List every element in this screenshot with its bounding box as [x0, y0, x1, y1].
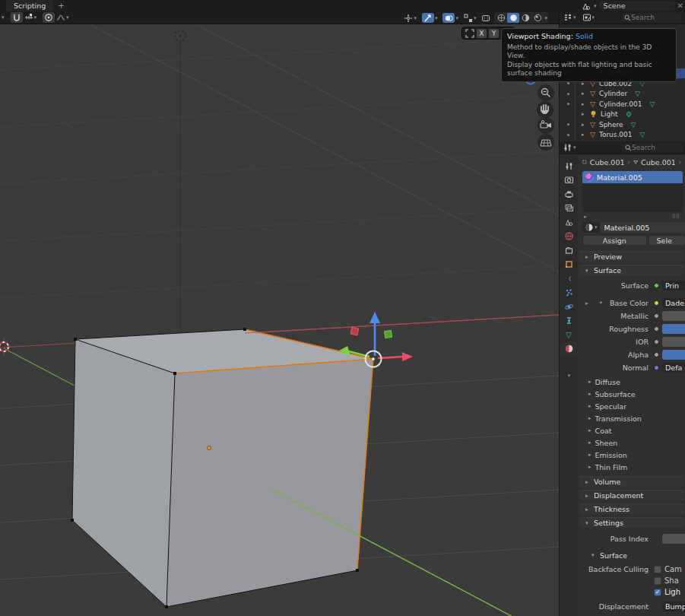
viewport-3d[interactable]: Y X	[0, 24, 559, 616]
properties-search[interactable]	[621, 143, 683, 153]
surface-shader-field[interactable]: Prin	[662, 281, 685, 291]
section-diffuse[interactable]: ▸Diffuse	[578, 376, 685, 388]
base-color-field[interactable]: Dade	[662, 298, 685, 308]
tab-scene[interactable]	[560, 215, 577, 229]
tab-tool[interactable]	[560, 159, 577, 173]
extra-caret[interactable]: ▾	[474, 15, 477, 21]
snap-target-button[interactable]: ▾	[23, 12, 39, 23]
tab-particles[interactable]	[560, 286, 577, 300]
section-sheen[interactable]: ▸Sheen	[578, 437, 685, 449]
section-subsurface[interactable]: ▸Subsurface	[578, 388, 685, 400]
alpha-slider[interactable]	[662, 350, 685, 360]
mode-dropdown-caret[interactable]: ▾	[2, 14, 5, 21]
expand-icon[interactable]: ▸	[582, 132, 588, 138]
tab-physics[interactable]	[560, 300, 577, 313]
checkbox-shadow[interactable]	[654, 577, 661, 585]
axis-x-button[interactable]: X	[477, 29, 487, 38]
xray-caret[interactable]: ▾	[455, 15, 458, 21]
display-mode-caret[interactable]: ▾	[573, 14, 576, 21]
outliner-search[interactable]	[620, 13, 683, 23]
expand-icon[interactable]: ▸	[582, 90, 588, 97]
shading-material-button[interactable]	[519, 13, 531, 23]
pan-hand-button[interactable]	[537, 101, 553, 118]
browse-material-button[interactable]: ▾	[582, 222, 600, 233]
panel-preview[interactable]: ▸Preview	[579, 251, 684, 262]
resize-grip-icon[interactable]: ⠿⠿	[672, 214, 680, 220]
pass-index-field[interactable]	[662, 534, 685, 544]
shading-wireframe-button[interactable]	[495, 13, 507, 23]
section-specular[interactable]: ▸Specular	[578, 400, 685, 412]
expand-icon[interactable]: ▸	[582, 111, 588, 117]
cube-left-face[interactable]	[72, 339, 175, 607]
viewport-extra-button[interactable]: ▾	[462, 13, 478, 24]
outliner-row-sphere[interactable]: ▸▽Sphere▽	[560, 119, 685, 130]
tab-world[interactable]	[560, 230, 577, 243]
metallic-slider[interactable]	[662, 311, 685, 321]
scene-extra-icon[interactable]: ✕	[677, 2, 683, 10]
shading-rendered-button[interactable]	[531, 13, 544, 23]
shading-caret[interactable]: ▾	[544, 15, 547, 21]
outliner-row-cylinder001[interactable]: ▸▽Cylinder.001▽	[560, 99, 685, 110]
panel-volume[interactable]: ▸Volume	[579, 476, 684, 487]
toggle-xray-box-button[interactable]	[480, 13, 492, 24]
tab-object[interactable]	[560, 258, 577, 271]
panel-displacement[interactable]: ▸Displacement	[579, 490, 684, 500]
normal-field[interactable]: Defa	[662, 363, 685, 373]
xray-toggle-button[interactable]: ▾	[441, 13, 460, 24]
checkbox-camera[interactable]	[654, 566, 661, 573]
panel-thickness[interactable]: ▸Thickness	[579, 503, 684, 514]
expand-icon[interactable]: ▸	[582, 122, 588, 128]
gizmo-plane-xz[interactable]	[350, 327, 359, 335]
expand-icon[interactable]: ▸	[585, 300, 588, 306]
workspace-tab-scripting[interactable]: Scripting	[6, 0, 53, 11]
tab-collection[interactable]	[560, 243, 577, 257]
scene-name-field[interactable]: Scene	[599, 1, 675, 11]
tab-material[interactable]	[560, 342, 577, 356]
outliner-row-cylinder[interactable]: ▸▽Cylinder▽	[560, 89, 685, 100]
section-thin-film[interactable]: ▸Thin Film	[578, 461, 685, 473]
section-coat[interactable]: ▸Coat	[578, 424, 685, 437]
subpanel-surface-settings[interactable]: ▾Surface	[585, 550, 684, 560]
checkbox-lightprobe[interactable]: ✓	[654, 589, 661, 596]
material-slot-selected[interactable]: Material.005	[582, 171, 683, 183]
tab-view-layer[interactable]	[560, 202, 577, 215]
falloff-caret[interactable]: ▾	[66, 14, 69, 21]
roughness-slider[interactable]	[662, 324, 685, 334]
tab-object-data[interactable]: ▽	[560, 328, 577, 341]
panel-settings[interactable]: ▾Settings	[579, 517, 684, 528]
overlays-caret[interactable]: ▾	[435, 15, 438, 21]
properties-editor-type-button[interactable]: ▾	[562, 142, 578, 153]
tab-render[interactable]	[560, 173, 577, 187]
ortho-toggle-button[interactable]	[538, 134, 554, 151]
show-gizmo-button[interactable]: ▾	[402, 13, 418, 24]
tab-modifiers[interactable]	[560, 271, 577, 285]
select-button[interactable]: Sele	[649, 235, 685, 246]
animate-dot[interactable]: •	[599, 300, 603, 306]
panel-surface[interactable]: ▾Surface	[579, 265, 684, 275]
gizmo-plane-yz[interactable]	[384, 330, 392, 338]
expand-icon[interactable]: ▸	[582, 101, 588, 107]
breadcrumb-data[interactable]: Cube.001	[641, 158, 676, 167]
ior-slider[interactable]	[662, 337, 685, 347]
scene-browse-caret[interactable]: ▾	[594, 3, 597, 9]
axis-y-button[interactable]: Y	[489, 29, 499, 38]
section-transmission[interactable]: ▸Transmission	[578, 412, 685, 424]
displacement-dropdown[interactable]: Bump	[662, 602, 685, 611]
tab-output[interactable]	[560, 187, 577, 201]
zoom-button[interactable]	[538, 84, 554, 101]
shading-solid-button[interactable]	[507, 13, 519, 23]
tabs-overflow-caret[interactable]: ▾	[568, 373, 571, 379]
snap-toggle-button[interactable]	[11, 12, 23, 23]
show-overlays-button[interactable]: ▾	[420, 13, 439, 24]
tab-constraints[interactable]	[560, 314, 577, 328]
add-workspace-button[interactable]: +	[58, 2, 64, 10]
outliner-row-light[interactable]: ▸ Light	[560, 110, 685, 120]
proportional-editing-button[interactable]	[43, 12, 55, 23]
filter-caret[interactable]: ▾	[592, 14, 595, 21]
editor-type-caret[interactable]: ▾	[573, 144, 576, 151]
breadcrumb-object[interactable]: Cube.001	[590, 158, 625, 167]
gizmo-caret[interactable]: ▾	[414, 15, 417, 21]
outliner-row-torus001[interactable]: ▸▽Torus.001▽	[560, 130, 685, 141]
section-emission[interactable]: ▸Emission	[578, 449, 685, 461]
outliner-filter-button[interactable]: ▾	[581, 12, 597, 23]
